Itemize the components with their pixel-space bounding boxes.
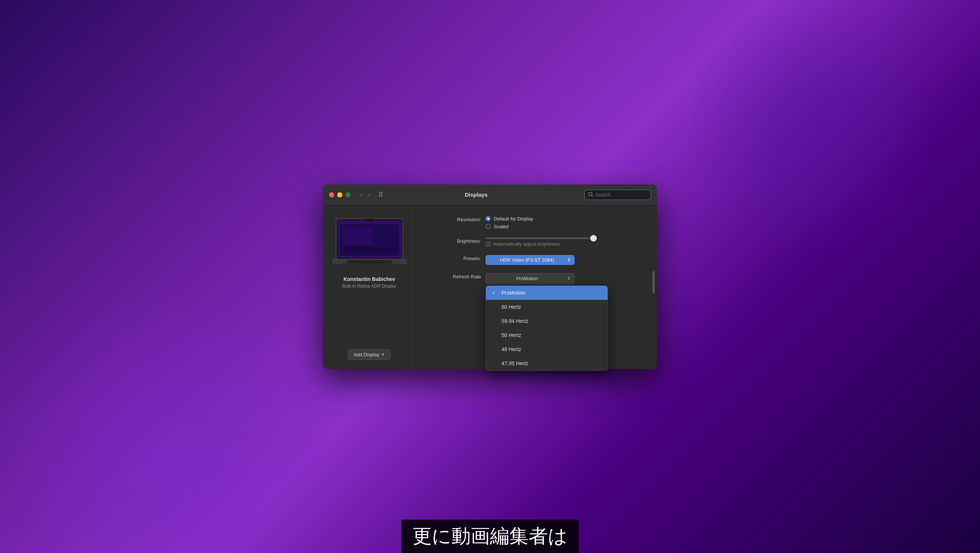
svg-point-10 [332, 263, 407, 267]
svg-rect-6 [343, 227, 372, 246]
window-title: Displays [388, 191, 565, 198]
grid-icon: ⠿ [379, 191, 383, 199]
brightness-content: Automatically adjust brightness [485, 237, 597, 247]
search-box[interactable] [584, 190, 651, 200]
brightness-row: Brightness: Automatically adjust brightn… [429, 237, 644, 247]
refresh-rate-chevron-icon: ⇕ [567, 276, 571, 281]
laptop-display [332, 217, 407, 270]
refresh-rate-current: ProMotion [490, 276, 565, 281]
dropdown-item-48hz[interactable]: 48 Hertz [486, 342, 608, 356]
radio-scaled[interactable] [485, 224, 491, 229]
close-button[interactable] [329, 192, 334, 198]
chevron-down-icon: ▼ [381, 352, 385, 357]
resolution-row: Resolution: Default for Display Scaled [429, 216, 644, 229]
resolution-label: Resolution: [429, 216, 481, 222]
item-label-60hz: 60 Hertz [501, 304, 601, 310]
resolution-default-label: Default for Display [494, 216, 533, 222]
sidebar: Konstantin Babichev Built-in Retina XDR … [323, 206, 416, 369]
slider-thumb[interactable] [590, 235, 597, 242]
brightness-slider[interactable] [485, 237, 597, 239]
refresh-rate-label: Refresh Rate [429, 273, 481, 279]
maximize-button[interactable] [345, 192, 350, 198]
item-label-5994hz: 59.94 Hertz [501, 318, 601, 324]
svg-rect-4 [365, 218, 374, 222]
resolution-scaled-label: Scaled [494, 224, 509, 229]
bg-decoration-1 [0, 293, 334, 553]
item-label-promotion: ProMotion [501, 290, 601, 296]
scrollbar[interactable] [652, 271, 655, 293]
svg-line-1 [592, 195, 593, 196]
forward-button[interactable]: › [366, 191, 372, 199]
nav-buttons: ‹ › [358, 191, 372, 199]
auto-brightness-checkbox[interactable] [485, 242, 490, 247]
display-name: Konstantin Babichev [344, 276, 395, 282]
resolution-scaled-row[interactable]: Scaled [485, 224, 533, 229]
dropdown-item-60hz[interactable]: 60 Hertz [486, 300, 608, 314]
refresh-rate-content: ProMotion ⇕ ✓ ProMotion 60 Hertz [485, 273, 574, 284]
add-display-button[interactable]: Add Display ▼ [348, 349, 390, 360]
main-panel: Resolution: Default for Display Scaled B… [416, 206, 657, 369]
minimize-button[interactable] [337, 192, 342, 198]
search-icon [588, 192, 593, 198]
presets-dropdown[interactable]: HDR Video (P3-ST 2084) ⇕ [485, 255, 574, 265]
auto-brightness-row[interactable]: Automatically adjust brightness [485, 241, 597, 247]
item-label-50hz: 50 Hertz [501, 332, 601, 338]
dropdown-item-promotion[interactable]: ✓ ProMotion [486, 286, 608, 300]
radio-default[interactable] [485, 216, 491, 221]
refresh-rate-selector[interactable]: ProMotion ⇕ [485, 273, 574, 284]
subtitle-text: 更に動画編集者は [412, 525, 568, 547]
slider-track[interactable] [485, 237, 597, 239]
resolution-options: Default for Display Scaled [485, 216, 533, 229]
dropdown-item-5994hz[interactable]: 59.94 Hertz [486, 314, 608, 328]
refresh-rate-row: Refresh Rate ProMotion ⇕ ✓ ProMotion [429, 273, 644, 284]
window-body: Konstantin Babichev Built-in Retina XDR … [323, 206, 657, 369]
brightness-label: Brightness: [429, 237, 481, 244]
titlebar: ‹ › ⠿ Displays [323, 185, 657, 206]
add-display-label: Add Display [353, 352, 379, 357]
presets-row: Presets: HDR Video (P3-ST 2084) ⇕ [429, 255, 644, 265]
presets-chevron-icon: ⇕ [567, 257, 571, 262]
presets-value: HDR Video (P3-ST 2084) [489, 257, 565, 263]
back-button[interactable]: ‹ [358, 191, 364, 199]
displays-window: ‹ › ⠿ Displays [323, 185, 657, 369]
dropdown-item-50hz[interactable]: 50 Hertz [486, 328, 608, 342]
item-label-48hz: 48 Hertz [501, 346, 601, 352]
search-input[interactable] [595, 192, 647, 198]
traffic-lights [329, 192, 350, 198]
svg-rect-9 [347, 260, 392, 263]
presets-label: Presets: [429, 255, 481, 261]
refresh-rate-dropdown-menu: ✓ ProMotion 60 Hertz 59.94 Hertz [485, 285, 608, 371]
check-icon: ✓ [492, 290, 498, 295]
svg-rect-7 [344, 247, 395, 252]
display-type: Built-in Retina XDR Display [342, 284, 396, 289]
bg-decoration-2 [683, 0, 943, 260]
auto-brightness-label: Automatically adjust brightness [493, 241, 560, 247]
resolution-default-row[interactable]: Default for Display [485, 216, 533, 222]
presets-content: HDR Video (P3-ST 2084) ⇕ [485, 255, 574, 265]
item-label-4795hz: 47.95 Hertz [501, 360, 601, 366]
subtitle-bar: 更に動画編集者は [401, 520, 579, 553]
dropdown-item-4795hz[interactable]: 47.95 Hertz [486, 356, 608, 370]
